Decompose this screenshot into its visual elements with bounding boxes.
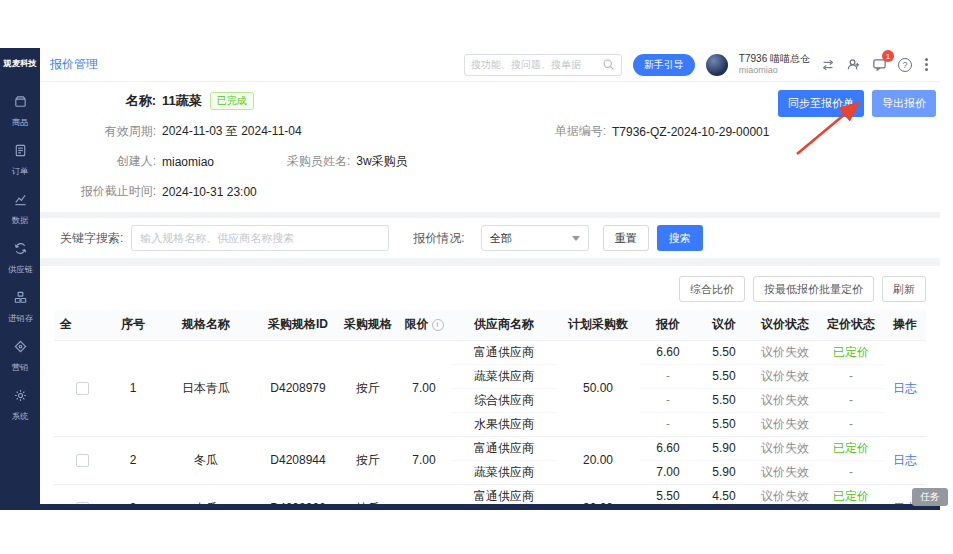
supplier-bargain: 4.50 xyxy=(696,484,752,504)
compare-button[interactable]: 综合比价 xyxy=(679,276,745,302)
supplier-bargain: 5.90 xyxy=(696,460,752,484)
sidebar-item-system[interactable]: 系统 xyxy=(11,388,29,423)
info-row-1: 有效周期: 2024-11-03 至 2024-11-04 单据编号: T793… xyxy=(60,123,920,140)
table-row: 2冬瓜D4208944按斤7.00富通供应商20.006.605.90议价失效已… xyxy=(54,436,926,460)
sidebar-item-label: 进销存 xyxy=(8,313,33,325)
header-price-status: 定价状态 xyxy=(818,310,884,340)
supplier-name: 富通供应商 xyxy=(452,484,556,504)
row-limit: 7.00 xyxy=(396,340,452,436)
sidebar-item-goods[interactable]: 商品 xyxy=(11,94,29,129)
row-checkbox-cell xyxy=(54,484,110,504)
row-spec: 按斤 xyxy=(340,484,396,504)
page-title: 报价管理 xyxy=(50,56,98,73)
log-link[interactable]: 日志 xyxy=(893,381,917,395)
log-link[interactable]: 日志 xyxy=(893,453,917,467)
buyer-name: 采购员姓名: 3w采购员 xyxy=(287,153,408,170)
table-row: 3南瓜D4208966按斤-富通供应商30.005.504.50议价失效已定价日… xyxy=(54,484,926,504)
more-menu-icon[interactable] xyxy=(923,63,930,66)
quote-table: 全 序号 规格名称 采购规格ID 采购规格 限价i 供应商名称 计划采购数 报价… xyxy=(54,310,926,504)
task-floating-tag[interactable]: 任务 xyxy=(912,488,948,506)
valid-period: 有效周期: 2024-11-03 至 2024-11-04 xyxy=(60,123,510,140)
content: 名称: 11蔬菜 已完成 有效周期: 2024-11-03 至 2024-11-… xyxy=(40,82,940,504)
bargain-status: 议价失效 xyxy=(752,412,818,436)
row-action-cell: 日志 xyxy=(884,436,926,484)
bargain-status: 议价失效 xyxy=(752,364,818,388)
info-row-2: 创建人: miaomiao 采购员姓名: 3w采购员 xyxy=(60,153,920,170)
header-spec-name: 规格名称 xyxy=(156,310,256,340)
search-icon[interactable] xyxy=(602,58,615,71)
row-seq: 2 xyxy=(110,436,156,484)
quote-deadline: 报价截止时间: 2024-10-31 23:00 xyxy=(60,183,257,200)
header-plan-qty: 计划采购数 xyxy=(556,310,640,340)
header-spec: 采购规格 xyxy=(340,310,396,340)
row-spec-name: 日本青瓜 xyxy=(156,340,256,436)
chart-icon xyxy=(13,192,28,211)
keyword-input[interactable] xyxy=(131,225,389,251)
sidebar-item-supply-chain[interactable]: 供应链 xyxy=(7,241,34,276)
export-quote-button[interactable]: 导出报价 xyxy=(872,90,936,117)
row-action-cell: 日志 xyxy=(884,340,926,436)
table-toolbar: 综合比价 按最低报价批量定价 刷新 xyxy=(54,272,926,310)
sidebar-item-label: 系统 xyxy=(12,411,29,423)
batch-price-button[interactable]: 按最低报价批量定价 xyxy=(753,276,874,302)
messages-icon[interactable]: 1 xyxy=(872,57,887,72)
message-badge: 1 xyxy=(882,50,894,62)
select-all-header[interactable]: 全 xyxy=(54,310,78,340)
supplier-name: 水果供应商 xyxy=(452,412,556,436)
supplier-quote: 7.00 xyxy=(640,460,696,484)
help-icon[interactable]: ? xyxy=(898,58,912,72)
row-spec: 按斤 xyxy=(340,340,396,436)
row-plan-qty: 30.00 xyxy=(556,484,640,504)
sidebar-item-inventory[interactable]: 进销存 xyxy=(7,290,34,325)
price-status: - xyxy=(818,412,884,436)
quote-status-select[interactable]: 全部 xyxy=(481,225,589,251)
sidebar-item-label: 订单 xyxy=(12,166,29,178)
global-search[interactable] xyxy=(464,54,622,76)
topbar: 报价管理 新手引导 T7936 喵喵总仓 miaomiao 1 ? xyxy=(40,48,940,82)
price-status: - xyxy=(818,364,884,388)
row-limit: 7.00 xyxy=(396,436,452,484)
supplier-bargain: 5.50 xyxy=(696,340,752,364)
account-username: miaomiao xyxy=(739,65,810,76)
row-checkbox[interactable] xyxy=(76,454,89,467)
quote-summary: 名称: 11蔬菜 已完成 有效周期: 2024-11-03 至 2024-11-… xyxy=(40,82,940,212)
header-bargain: 议价 xyxy=(696,310,752,340)
status-badge: 已完成 xyxy=(210,92,254,110)
sidebar: 观麦科技 商品 订单 数据 供应链 xyxy=(0,48,40,510)
header-spec-id: 采购规格ID xyxy=(256,310,340,340)
sidebar-item-data[interactable]: 数据 xyxy=(11,192,29,227)
sync-to-quote-button[interactable]: 同步至报价单 xyxy=(778,90,864,117)
invite-user-icon[interactable] xyxy=(846,57,861,72)
header-quote: 报价 xyxy=(640,310,696,340)
guide-button[interactable]: 新手引导 xyxy=(633,54,695,76)
reset-button[interactable]: 重置 xyxy=(603,225,649,251)
info-icon[interactable]: i xyxy=(432,319,444,331)
row-seq: 1 xyxy=(110,340,156,436)
row-checkbox-cell xyxy=(54,340,110,436)
refresh-button[interactable]: 刷新 xyxy=(882,276,926,302)
search-button[interactable]: 搜索 xyxy=(657,225,703,251)
brand-logo: 观麦科技 xyxy=(3,58,36,70)
quote-table-card: 综合比价 按最低报价批量定价 刷新 全 序 xyxy=(40,266,940,504)
app-window: 观麦科技 商品 订单 数据 供应链 xyxy=(0,48,940,510)
account-name: T7936 喵喵总仓 xyxy=(739,53,810,66)
sidebar-item-orders[interactable]: 订单 xyxy=(11,143,29,178)
row-checkbox[interactable] xyxy=(76,382,89,395)
account-info[interactable]: T7936 喵喵总仓 miaomiao xyxy=(739,53,810,77)
supplier-quote: 5.50 xyxy=(640,484,696,504)
switch-store-icon[interactable] xyxy=(821,58,835,72)
bargain-status: 议价失效 xyxy=(752,388,818,412)
global-search-input[interactable] xyxy=(471,59,602,70)
summary-actions: 同步至报价单 导出报价 xyxy=(778,90,936,117)
checkbox-header xyxy=(78,310,110,340)
header-limit: 限价i xyxy=(396,310,452,340)
keyword-label: 关键字搜索: xyxy=(60,230,123,247)
supplier-name: 蔬菜供应商 xyxy=(452,460,556,484)
row-plan-qty: 50.00 xyxy=(556,340,640,436)
quote-status-label: 报价情况: xyxy=(413,230,464,247)
bargain-status: 议价失效 xyxy=(752,436,818,460)
row-checkbox-cell xyxy=(54,436,110,484)
avatar[interactable] xyxy=(706,54,728,76)
sidebar-item-marketing[interactable]: 营销 xyxy=(11,339,29,374)
supplier-quote: 6.60 xyxy=(640,340,696,364)
